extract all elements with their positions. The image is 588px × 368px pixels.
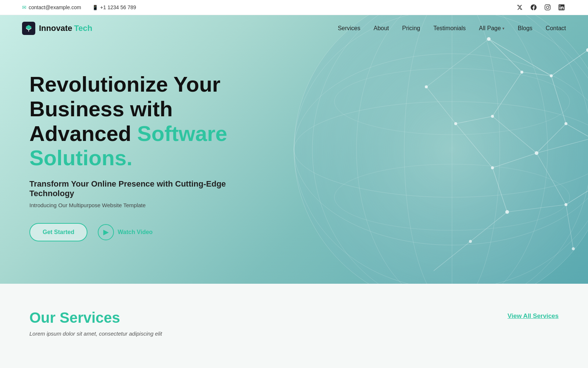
nav-links: Services About Pricing Testimonials All … (338, 25, 566, 32)
services-title-block: Our Services Lorem ipsum dolor sit amet,… (29, 309, 162, 337)
logo-text: InnovateTech (39, 24, 92, 33)
phone-text: +1 1234 56 789 (100, 4, 136, 10)
nav-about[interactable]: About (373, 25, 389, 32)
hero-title-line1: Revolutionize Your Business with (29, 72, 220, 121)
svg-point-0 (294, 15, 588, 284)
email-contact: ✉ contact@example.com (22, 4, 81, 10)
instagram-icon[interactable] (543, 3, 552, 12)
chevron-down-icon: ▾ (502, 26, 505, 31)
hero-actions: Get Started ▶ Watch Video (29, 223, 235, 241)
nav-services[interactable]: Services (338, 25, 360, 32)
svg-point-52 (491, 166, 494, 169)
view-all-services-button[interactable]: View All Services (508, 312, 559, 320)
facebook-icon[interactable] (529, 3, 538, 12)
phone-icon: 📱 (92, 5, 98, 10)
services-section: Our Services Lorem ipsum dolor sit amet,… (0, 284, 588, 368)
navbar: InnovateTech Services About Pricing Test… (0, 15, 588, 42)
phone-contact: 📱 +1 1234 56 789 (92, 4, 136, 10)
email-text: contact@example.com (29, 4, 81, 10)
linkedin-icon[interactable] (557, 3, 566, 12)
nav-pricing[interactable]: Pricing (402, 25, 420, 32)
hero-subtitle: Transform Your Online Presence with Cutt… (29, 179, 235, 198)
services-header: Our Services Lorem ipsum dolor sit amet,… (29, 309, 559, 337)
nav-blogs[interactable]: Blogs (518, 25, 533, 32)
hero-globe-graphic (287, 15, 588, 284)
top-bar-contact: ✉ contact@example.com 📱 +1 1234 56 789 (22, 4, 136, 10)
watch-video-label: Watch Video (118, 229, 153, 236)
svg-point-53 (505, 210, 509, 214)
top-bar: ✉ contact@example.com 📱 +1 1234 56 789 (0, 0, 588, 15)
svg-point-55 (491, 115, 494, 118)
svg-point-57 (425, 85, 428, 88)
twitter-icon[interactable] (515, 3, 524, 12)
hero-section: InnovateTech Services About Pricing Test… (0, 15, 588, 284)
logo-brand: Innovate (39, 24, 72, 33)
logo-tech: Tech (74, 24, 92, 33)
hero-content: Revolutionize Your Business with Advance… (0, 72, 265, 241)
services-title: Our Services (29, 309, 162, 326)
svg-point-51 (564, 203, 567, 206)
social-links (515, 3, 566, 12)
svg-point-49 (535, 151, 538, 155)
nav-contact[interactable]: Contact (546, 25, 566, 32)
services-description: Lorem ipsum dolor sit amet, consectetur … (29, 330, 162, 337)
hero-description: Introducing Our Multipurpose Website Tem… (29, 202, 235, 208)
svg-point-48 (564, 122, 567, 125)
watch-video-button[interactable]: ▶ Watch Video (98, 224, 153, 240)
logo-icon (22, 22, 35, 35)
svg-point-66 (469, 240, 472, 243)
email-icon: ✉ (22, 4, 26, 10)
svg-point-65 (572, 247, 575, 250)
get-started-button[interactable]: Get Started (29, 223, 87, 241)
svg-point-56 (520, 71, 523, 74)
nav-testimonials[interactable]: Testimonials (433, 25, 466, 32)
hero-title: Revolutionize Your Business with Advance… (29, 72, 235, 170)
svg-point-54 (454, 122, 457, 125)
logo: InnovateTech (22, 22, 92, 35)
hero-title-plain: Advanced (29, 121, 131, 145)
svg-point-44 (550, 74, 553, 77)
nav-allpage[interactable]: All Page ▾ (479, 25, 505, 32)
nav-allpage-label: All Page (479, 25, 501, 32)
play-icon: ▶ (98, 224, 114, 240)
